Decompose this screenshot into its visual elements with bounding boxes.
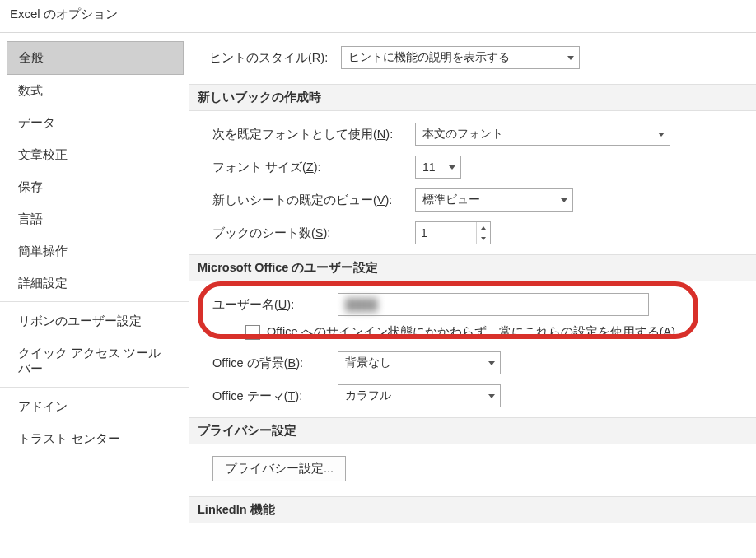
- section-linkedin: LinkedIn 機能: [189, 496, 756, 523]
- spinner-up-icon[interactable]: [477, 222, 490, 233]
- sidebar-item[interactable]: 言語: [7, 203, 184, 235]
- section-new-book: 新しいブックの作成時: [189, 84, 756, 111]
- sidebar-item[interactable]: 全般: [7, 41, 184, 75]
- sidebar-item[interactable]: クイック アクセス ツール バー: [7, 337, 184, 385]
- chevron-down-icon: [658, 133, 665, 137]
- default-font-dropdown[interactable]: 本文のフォント: [415, 123, 670, 146]
- options-sidebar: 全般数式データ文章校正保存言語簡単操作詳細設定リボンのユーザー設定クイック アク…: [0, 33, 189, 558]
- sidebar-item[interactable]: トラスト センター: [7, 423, 184, 455]
- sidebar-item[interactable]: 文章校正: [7, 139, 184, 171]
- sidebar-item[interactable]: リボンのユーザー設定: [7, 305, 184, 337]
- sheet-count-spinner[interactable]: 1: [415, 221, 491, 244]
- font-size-dropdown[interactable]: 11: [415, 156, 461, 179]
- office-background-dropdown[interactable]: 背景なし: [338, 351, 501, 374]
- chevron-down-icon: [488, 361, 495, 365]
- window-title: Excel のオプション: [0, 0, 756, 33]
- default-font-label: 次を既定フォントとして使用(N):: [212, 127, 415, 142]
- always-use-checkbox[interactable]: [245, 325, 260, 340]
- office-theme-dropdown[interactable]: カラフル: [338, 384, 501, 407]
- default-view-dropdown[interactable]: 標準ビュー: [415, 188, 573, 212]
- default-view-label: 新しいシートの既定のビュー(V):: [212, 193, 415, 208]
- section-user-settings: Microsoft Office のユーザー設定: [189, 254, 756, 281]
- sheet-count-label: ブックのシート数(S):: [212, 226, 415, 241]
- privacy-settings-button[interactable]: プライバシー設定...: [212, 456, 346, 481]
- username-input[interactable]: ████: [338, 293, 649, 316]
- sidebar-item[interactable]: 保存: [7, 171, 184, 203]
- chevron-down-icon: [488, 394, 495, 398]
- sidebar-item[interactable]: 数式: [7, 75, 184, 107]
- section-privacy: プライバシー設定: [189, 417, 756, 444]
- sidebar-item[interactable]: 詳細設定: [7, 267, 184, 300]
- sidebar-item[interactable]: データ: [7, 107, 184, 139]
- chevron-down-icon: [567, 56, 574, 60]
- chevron-down-icon: [449, 165, 455, 170]
- sidebar-item[interactable]: 簡単操作: [7, 235, 184, 267]
- username-label: ユーザー名(U):: [212, 297, 338, 313]
- always-use-label: Office へのサインイン状態にかかわらず、常にこれらの設定を使用する(A): [267, 324, 675, 340]
- sidebar-item[interactable]: アドイン: [7, 391, 184, 423]
- hint-style-dropdown[interactable]: ヒントに機能の説明を表示する: [341, 46, 580, 69]
- chevron-down-icon: [561, 198, 567, 202]
- hint-style-label: ヒントのスタイル(R):: [209, 50, 328, 66]
- office-theme-label: Office テーマ(T):: [212, 388, 338, 404]
- spinner-down-icon[interactable]: [477, 233, 490, 244]
- font-size-label: フォント サイズ(Z):: [212, 160, 415, 175]
- office-background-label: Office の背景(B):: [212, 356, 338, 371]
- options-content: ヒントのスタイル(R): ヒントに機能の説明を表示する 新しいブックの作成時 次…: [189, 33, 756, 558]
